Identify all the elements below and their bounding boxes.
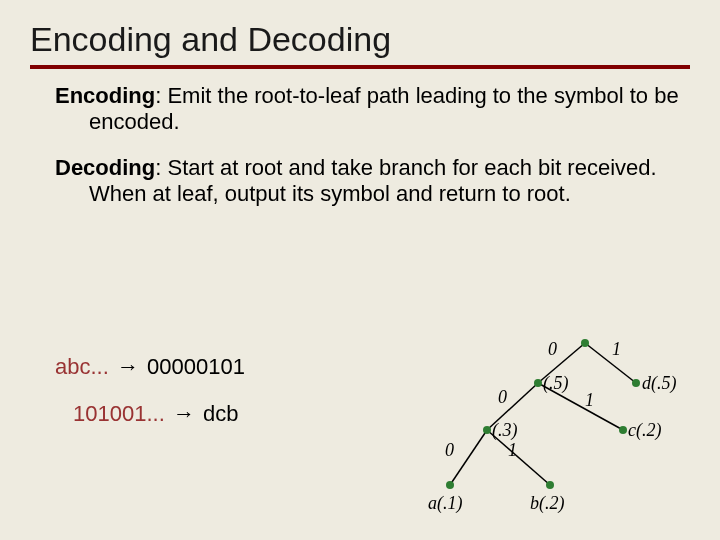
svg-point-10 [619,426,627,434]
edge-p3-right: 1 [508,440,517,461]
arrow-icon: → [115,354,141,379]
encoding-paragraph: Encoding: Emit the root-to-leaf path lea… [55,83,680,135]
example-decode: 101001... → dcb [55,397,245,430]
example1-src: abc... [55,354,109,379]
arrow-icon: → [171,401,197,426]
slide: Encoding and Decoding Encoding: Emit the… [0,0,720,540]
edge-p3-left: 0 [445,440,454,461]
node-p3: (.3) [492,420,518,441]
svg-point-9 [483,426,491,434]
leaf-d: d(.5) [642,373,677,394]
svg-point-11 [446,481,454,489]
leaf-c: c(.2) [628,420,661,441]
decoding-term: Decoding [55,155,155,180]
svg-point-6 [581,339,589,347]
example-encode: abc... → 00000101 [55,350,245,383]
encoding-term: Encoding [55,83,155,108]
example2-dst: dcb [203,401,238,426]
svg-point-12 [546,481,554,489]
edge-root-left: 0 [548,339,557,360]
body-text: Encoding: Emit the root-to-leaf path lea… [0,69,720,207]
svg-line-4 [450,430,487,485]
edge-p5-right: 1 [585,390,594,411]
examples-block: abc... → 00000101 101001... → dcb [55,350,245,430]
leaf-a: a(.1) [428,493,463,514]
svg-line-1 [585,343,636,383]
edge-p5-left: 0 [498,387,507,408]
svg-point-8 [632,379,640,387]
example1-dst: 00000101 [147,354,245,379]
huffman-tree: 0 1 (.5) d(.5) 0 1 (.3) c(.2) 0 1 a(.1) … [390,335,700,535]
slide-title: Encoding and Decoding [0,0,720,59]
svg-point-7 [534,379,542,387]
decoding-text: : Start at root and take branch for each… [89,155,657,206]
decoding-paragraph: Decoding: Start at root and take branch … [55,155,680,207]
leaf-b: b(.2) [530,493,565,514]
edge-root-right: 1 [612,339,621,360]
example2-src: 101001... [73,401,165,426]
node-p5: (.5) [543,373,569,394]
encoding-text: : Emit the root-to-leaf path leading to … [89,83,679,134]
